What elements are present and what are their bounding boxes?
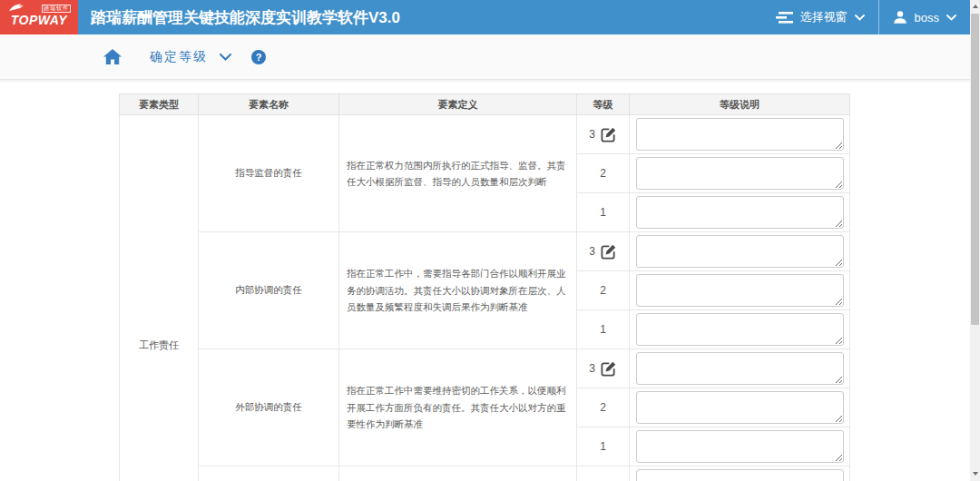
factor-name-cell: 指导监督的责任 [199,115,339,232]
level-description-input[interactable] [636,313,844,346]
home-icon [103,49,122,64]
user-icon [893,10,907,25]
level-description-cell [630,271,850,310]
scroll-down-icon [973,472,978,476]
level-cell: 1 [577,193,630,232]
col-header-factor-definition: 要素定义 [339,94,577,115]
col-header-factor-type: 要素类型 [120,94,199,115]
table-row: 外部协调的责任指在正常工作中需要维持密切的工作关系，以便顺利开展工作方面所负有的… [120,349,850,388]
page-title: 踏瑞薪酬管理关键技能深度实训教学软件V3.0 [91,0,400,34]
table-row [120,466,850,481]
level-description-input[interactable] [636,196,844,229]
help-button[interactable]: ? [251,50,266,64]
level-description-cell [630,310,850,349]
factor-definition-cell: 指在正常工作中需要维持密切的工作关系，以便顺利开展工作方面所负有的责任。其责任大… [339,349,577,466]
level-description-input[interactable] [636,274,844,307]
breadcrumb-dropdown[interactable] [220,54,231,61]
breadcrumb-toolbar: 确定等级 ? [0,34,970,80]
level-description-input[interactable] [636,430,844,463]
breadcrumb[interactable]: 确定等级 [150,49,208,65]
level-description-input[interactable] [636,157,844,190]
level-cell: 3 [577,232,630,271]
logo-sub-text: 踏瑞软件 [42,5,71,13]
level-cell: 2 [577,388,630,427]
factor-definition-cell: 指在正常权力范围内所执行的正式指导、监督。其责任大小根据所监督、指导的人员数量和… [339,115,577,232]
scrollbar-thumb[interactable] [971,14,979,325]
level-number: 2 [600,401,606,414]
factor-name-cell: 外部协调的责任 [199,349,339,466]
window-select-label: 选择视窗 [800,9,848,25]
level-cell: 2 [577,271,630,310]
level-cell: 1 [577,427,630,466]
factor-table-body: 工作责任指导监督的责任指在正常权力范围内所执行的正式指导、监督。其责任大小根据所… [120,115,850,481]
level-description-cell [630,115,850,154]
level-description-cell [630,466,850,481]
level-description-input[interactable] [636,391,844,424]
level-number: 1 [600,323,606,336]
level-number: 3 [589,128,595,141]
edit-level-button[interactable] [600,360,617,378]
window-list-icon [776,12,793,24]
level-description-input[interactable] [636,118,844,151]
level-description-input[interactable] [636,469,844,481]
factor-definition-cell [339,466,577,481]
level-description-cell [630,349,850,388]
factor-table: 要素类型 要素名称 要素定义 等级 等级说明 工作责任指导监督的责任指在正常权力… [119,93,850,481]
level-number: 2 [600,167,606,180]
window-select-menu[interactable]: 选择视窗 [762,0,878,34]
chevron-down-icon [855,15,865,21]
edit-level-button[interactable] [600,243,617,260]
topway-logo[interactable]: TOPWAY 踏瑞软件 [0,0,78,34]
level-description-input[interactable] [636,235,844,268]
table-row: 内部协调的责任指在正常工作中，需要指导各部门合作以顺利开展业务的协调活功。其责任… [120,232,850,271]
level-cell: 3 [577,349,630,388]
level-description-cell [630,154,850,193]
col-header-level-description: 等级说明 [630,94,850,115]
level-cell: 3 [577,115,630,154]
level-description-input[interactable] [636,352,844,385]
factor-name-cell [199,466,339,481]
level-number: 1 [600,206,606,219]
edit-icon [600,126,617,143]
level-cell: 2 [577,154,630,193]
factor-definition-cell: 指在正常工作中，需要指导各部门合作以顺利开展业务的协调活功。其责任大小以协调对象… [339,232,577,349]
level-description-cell [630,232,850,271]
level-cell [577,466,630,481]
level-description-cell [630,427,850,466]
level-number: 3 [589,245,595,258]
col-header-factor-name: 要素名称 [199,94,339,115]
edit-icon [600,360,617,378]
home-button[interactable] [103,49,122,64]
user-menu[interactable]: boss [879,0,970,34]
edit-level-button[interactable] [600,126,617,143]
username-label: boss [915,11,939,25]
level-cell: 1 [577,310,630,349]
vertical-scrollbar[interactable] [970,0,980,481]
table-row: 工作责任指导监督的责任指在正常权力范围内所执行的正式指导、监督。其责任大小根据所… [120,115,850,154]
table-header-row: 要素类型 要素名称 要素定义 等级 等级说明 [120,94,850,115]
logo-wing-icon [9,4,29,11]
level-description-cell [630,193,850,232]
level-number: 2 [600,284,606,297]
level-description-cell [630,388,850,427]
col-header-level: 等级 [577,94,630,115]
scroll-up-button[interactable] [970,1,980,12]
level-number: 1 [600,440,606,453]
scroll-down-button[interactable] [970,468,980,479]
chevron-down-icon [220,54,231,61]
factor-type-cell: 工作责任 [120,115,199,481]
level-number: 3 [589,362,595,375]
logo-brand-text: TOPWAY [11,14,67,26]
edit-icon [600,243,617,260]
factor-name-cell: 内部协调的责任 [199,232,339,349]
app-header: TOPWAY 踏瑞软件 踏瑞薪酬管理关键技能深度实训教学软件V3.0 选择视窗 … [0,0,970,34]
chevron-down-icon [946,15,956,21]
scroll-up-icon [973,5,978,8]
